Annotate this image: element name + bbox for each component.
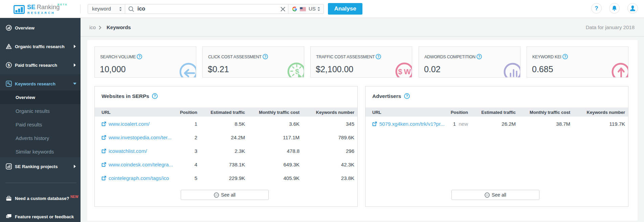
svg-text:$: $	[398, 67, 402, 76]
svg-text:W: W	[404, 67, 411, 76]
svg-text:$: $	[8, 63, 10, 67]
svg-text:?: ?	[138, 55, 140, 59]
svg-text:?: ?	[154, 94, 156, 98]
svg-text:?: ?	[264, 55, 266, 59]
svg-text:?: ?	[406, 94, 408, 98]
svg-text:?: ?	[478, 55, 480, 59]
svg-text:?: ?	[564, 55, 566, 59]
svg-text:?: ?	[377, 55, 379, 59]
